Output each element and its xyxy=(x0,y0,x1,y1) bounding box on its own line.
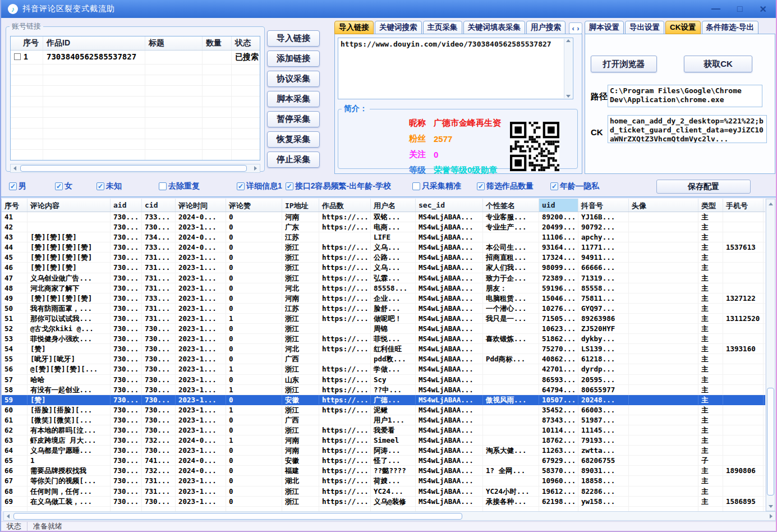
tab-settings-1[interactable]: 导出设置 xyxy=(625,21,664,34)
tab-link-4[interactable]: 用户搜索 xyxy=(526,21,565,34)
column-header[interactable]: 序号 xyxy=(2,199,27,212)
checkbox-icon[interactable]: ✓ xyxy=(550,182,558,190)
column-header[interactable]: aid xyxy=(111,199,142,212)
checkbox-icon[interactable]: ✓ xyxy=(237,182,245,190)
filter-checkbox[interactable]: ✓接口2容易频繁-出年龄-学校 xyxy=(286,181,391,191)
column-header[interactable]: 数量 xyxy=(203,36,232,50)
tab-link-1[interactable]: 关键词搜索 xyxy=(375,21,422,34)
table-row[interactable]: 59[赞]730...730...2023-1...0安徽https://...… xyxy=(2,395,765,405)
column-header[interactable]: 个性签名 xyxy=(483,199,539,212)
save-config-button[interactable]: 保存配置 xyxy=(656,180,751,194)
filter-checkbox[interactable]: 去除重复 xyxy=(159,181,200,191)
tab-settings-0[interactable]: 脚本设置 xyxy=(585,21,624,34)
filter-checkbox[interactable]: ✓女 xyxy=(55,181,72,191)
filter-checkbox[interactable]: ✓男 xyxy=(9,181,26,191)
collect-button[interactable]: 停止采集 xyxy=(267,152,320,168)
table-row[interactable]: 41730...733...2024-0...0河南https://...双铭.… xyxy=(2,212,765,222)
url-vertical-scrollbar[interactable] xyxy=(564,39,572,98)
table-row[interactable]: 58有没有一起创业...730...730...2023-1...1浙江http… xyxy=(2,385,765,395)
table-row[interactable]: 62有本地的群吗[泣...730...730...2023-1...0浙江htt… xyxy=(2,425,765,435)
scroll-left-icon[interactable] xyxy=(11,164,19,172)
table-row[interactable]: 61[微笑][微笑][...730...730...2023-1...0广西用户… xyxy=(2,415,765,425)
table-row[interactable]: 57哈哈730...730...2023-1...0山东https://...S… xyxy=(2,375,765,385)
open-browser-button[interactable]: 打开浏览器 xyxy=(591,56,657,72)
table-row[interactable]: 63虾皮跨境店 月大...730...732...2024-0...1河南htt… xyxy=(2,435,765,446)
column-header[interactable]: 序号 xyxy=(11,36,43,50)
table-row[interactable]: 1 7303840562585537827 已搜索 xyxy=(11,51,260,65)
collect-button[interactable]: 暂停采集 xyxy=(267,111,320,127)
column-header[interactable]: 作品ID xyxy=(43,36,145,50)
table-vertical-scrollbar[interactable] xyxy=(766,199,775,511)
column-header[interactable]: uid xyxy=(539,199,578,212)
table-row[interactable]: 50我有防雨面罩，...730...731...2023-1...0江苏http… xyxy=(2,304,765,314)
column-header[interactable]: 类型 xyxy=(698,199,723,212)
filter-checkbox[interactable]: ✓详细信息1 xyxy=(237,181,282,191)
table-row[interactable]: 48河北商家了解下730...731...2023-1...0河北https:/… xyxy=(2,283,765,293)
table-row[interactable]: 64义乌都是宁愿睡...730...730...2023-1...0河南http… xyxy=(2,446,765,456)
column-header[interactable]: 作品数 xyxy=(319,199,371,212)
checkbox-icon[interactable]: ✓ xyxy=(477,182,485,190)
table-row[interactable]: 67等你关门的视频[...730...731...2023-1...0湖北htt… xyxy=(2,476,765,486)
table-row[interactable]: 47义乌创业做广告...730...731...2023-1...0浙江http… xyxy=(2,273,765,283)
table-row[interactable]: 45[赞][赞][赞][赞]730...731...2023-1...0浙江ht… xyxy=(2,253,765,263)
tab-settings-2[interactable]: CK设置 xyxy=(665,21,701,34)
table-row[interactable]: 46[赞][赞][赞]730...731...2023-1...0浙江https… xyxy=(2,263,765,273)
table-row[interactable]: 44[赞][赞][赞][赞]730...733...2024-0...0浙江ht… xyxy=(2,242,765,253)
filter-checkbox[interactable]: 只采集精准 xyxy=(412,181,461,191)
table-row[interactable]: 56@[赞][赞][赞][...730...730...2023-1...1浙江… xyxy=(2,364,765,374)
column-header[interactable]: cid xyxy=(142,199,176,212)
table-row[interactable]: 60[捂脸][捂脸][...730...730...2023-1...1浙江ht… xyxy=(2,405,765,415)
column-header[interactable]: 手机号 xyxy=(723,199,764,212)
filter-checkbox[interactable]: ✓年龄—隐私 xyxy=(550,181,599,191)
scroll-down-icon[interactable] xyxy=(566,95,571,98)
scrollbar-thumb[interactable] xyxy=(20,165,247,172)
close-button[interactable]: ✕ xyxy=(760,4,767,15)
scroll-left-icon[interactable] xyxy=(4,512,12,520)
scroll-down-icon[interactable] xyxy=(766,502,775,510)
table-row[interactable]: 55[呲牙][呲牙]730...730...2023-1...0广西pdd敉..… xyxy=(2,354,765,364)
scroll-right-icon[interactable] xyxy=(767,512,775,520)
filter-checkbox[interactable]: ✓筛选作品数量 xyxy=(477,181,534,191)
column-header[interactable]: 头像 xyxy=(629,199,698,212)
column-header[interactable]: 评论内容 xyxy=(27,199,111,212)
table-row[interactable]: 52@古戈尔kiki @...730...730...2023-1...0浙江周… xyxy=(2,324,765,334)
ck-input[interactable]: home_can_add_dy_2_desktop=%221%22;bd_tic… xyxy=(608,115,767,143)
checkbox-icon[interactable]: ✓ xyxy=(55,182,63,190)
table-row[interactable]: 69在义乌做工装，...730...730...2023-1...0浙江http… xyxy=(2,497,765,507)
column-header[interactable]: 状态 xyxy=(232,36,259,50)
collect-button[interactable]: 添加链接 xyxy=(267,51,320,67)
tab-link-0[interactable]: 导入链接 xyxy=(334,21,374,34)
tab-settings-3[interactable]: 条件筛选-导出 xyxy=(702,21,759,34)
column-header[interactable]: 抖音号 xyxy=(578,199,629,212)
maximize-button[interactable]: □ xyxy=(737,4,743,14)
table-row[interactable]: 49[赞][赞][赞][赞]730...733...2023-1...0河南ht… xyxy=(2,293,765,304)
table-row[interactable]: 54[赞]730...730...2023-1...0河北https://...… xyxy=(2,344,765,354)
column-header[interactable]: sec_id xyxy=(416,199,483,212)
column-header[interactable]: 用户名 xyxy=(371,199,416,212)
tab-link-3[interactable]: 关键词填表采集 xyxy=(463,21,526,34)
column-header[interactable]: IP地址 xyxy=(282,199,319,212)
scrollbar-thumb[interactable] xyxy=(13,513,462,520)
column-header[interactable]: 评论赞 xyxy=(226,199,282,212)
checkbox-icon[interactable]: ✓ xyxy=(9,182,17,190)
checkbox-icon[interactable] xyxy=(159,182,167,190)
url-input[interactable]: https://www.douyin.com/video/73038405625… xyxy=(338,38,573,99)
table-row[interactable]: 51那你可以试试我...730...731...2023-1...1浙江http… xyxy=(2,314,765,324)
checkbox-icon[interactable] xyxy=(412,182,420,190)
tab-prev-icon[interactable]: ‹ xyxy=(572,24,574,33)
checkbox-icon[interactable]: ✓ xyxy=(96,182,104,190)
filter-checkbox[interactable]: ✓未知 xyxy=(96,181,122,191)
scrollbar-thumb[interactable] xyxy=(767,388,774,496)
checkbox-icon[interactable]: ✓ xyxy=(286,182,293,190)
scroll-up-icon[interactable] xyxy=(766,200,775,208)
get-ck-button[interactable]: 获取CK xyxy=(684,56,752,72)
table-row[interactable]: 53菲悦健身小强欢...730...730...2023-1...0浙江http… xyxy=(2,334,765,344)
collect-button[interactable]: 导入链接 xyxy=(267,30,320,47)
table-row[interactable]: 651730...741...2024-0...0安徽https://...怪了… xyxy=(2,456,765,466)
collect-button[interactable]: 脚本采集 xyxy=(267,91,320,107)
column-header[interactable]: 标题 xyxy=(145,36,203,50)
table-row[interactable]: 66需要品牌授权找我730...732...2024-0...0福建https:… xyxy=(2,466,765,476)
table-row[interactable]: 42730...730...2023-1...0广东https://...电商.… xyxy=(2,222,765,232)
table-horizontal-scrollbar[interactable] xyxy=(3,511,776,521)
scroll-up-icon[interactable] xyxy=(566,39,571,42)
